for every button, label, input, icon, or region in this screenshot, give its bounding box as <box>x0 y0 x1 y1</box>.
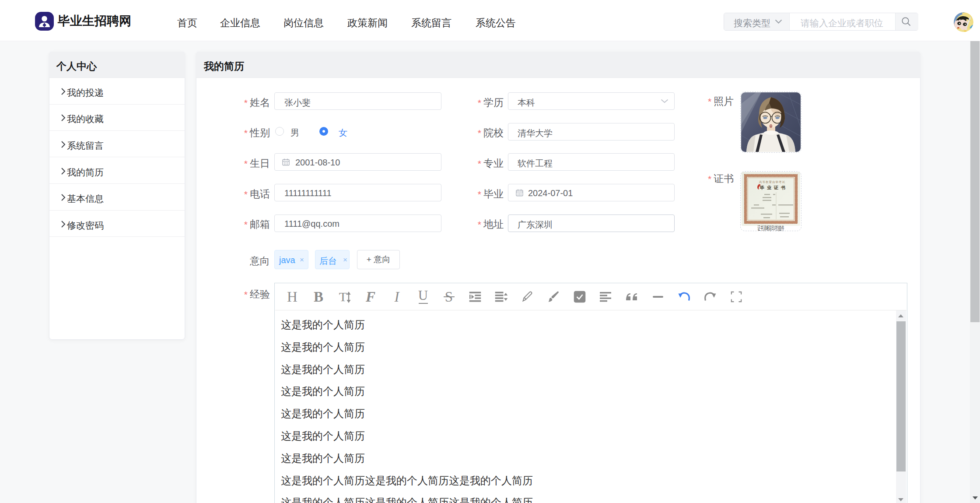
svg-text:毕业证书: 毕业证书 <box>760 185 788 190</box>
svg-text:高等教育自学考试: 高等教育自学考试 <box>759 180 785 184</box>
